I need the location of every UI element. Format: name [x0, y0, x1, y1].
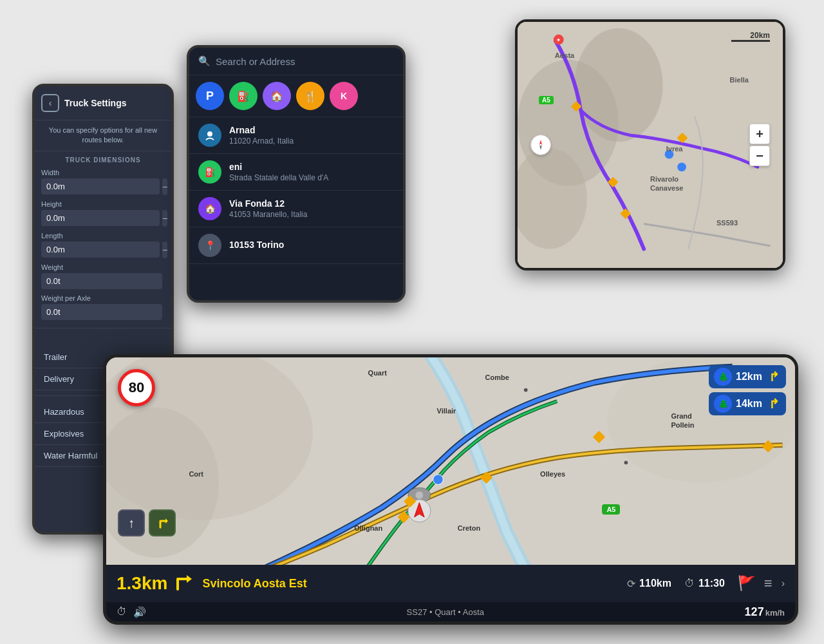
- label-biella: Biella: [730, 76, 749, 84]
- category-home[interactable]: 🏠: [263, 82, 291, 110]
- nav-next-distance: 1.3km: [117, 573, 167, 594]
- svg-point-14: [207, 131, 212, 137]
- result-icon-viafonda: 🏠: [198, 197, 221, 220]
- route-info: SS27 • Quart • Aosta: [146, 606, 745, 618]
- length-input[interactable]: [41, 242, 160, 258]
- turn-distance-1: 12km: [736, 371, 765, 383]
- height-input[interactable]: [41, 210, 160, 226]
- nav-label-villair: Villair: [437, 407, 456, 415]
- map-top-right-bg: ✦ 20km + − Aosta Biella Ivrea RivaroloCa…: [518, 22, 783, 268]
- expand-icon[interactable]: ›: [782, 578, 785, 589]
- nav-label-olleyes: Olleyes: [540, 470, 565, 478]
- result-icon-eni: ⛽: [198, 160, 221, 184]
- map-top-right-panel: ✦ 20km + − Aosta Biella Ivrea RivaroloCa…: [515, 19, 785, 270]
- svg-point-9: [677, 162, 686, 171]
- turn-arrow-1: ↱: [769, 369, 780, 384]
- weight-axle-row: [41, 304, 165, 320]
- width-input[interactable]: [41, 178, 160, 194]
- truck-dimensions-label: TRUCK DIMENSIONS: [35, 151, 171, 166]
- width-minus-btn[interactable]: −: [162, 178, 167, 195]
- speed-value: 127: [745, 605, 764, 618]
- menu-icon[interactable]: ≡: [764, 575, 772, 592]
- arrow-straight[interactable]: ↑: [118, 509, 145, 536]
- category-more[interactable]: K: [330, 82, 358, 110]
- weight-axle-field: Weight per Axle: [35, 292, 171, 323]
- nav-total-distance: 110km: [639, 578, 671, 589]
- zoom-controls[interactable]: + −: [749, 124, 770, 166]
- nav-label-creton: Creton: [458, 524, 480, 532]
- turn-info-1: 🌲 12km ↱: [709, 365, 786, 388]
- category-row: P ⛽ 🏠 🍴 K: [189, 75, 403, 117]
- speed-limit-sign: 80: [118, 369, 155, 406]
- truck-title: Truck Settings: [64, 98, 126, 108]
- more-icon: K: [341, 91, 347, 101]
- svg-text:✦: ✦: [556, 37, 561, 43]
- compass: [530, 135, 551, 155]
- nav-panel: Quart Combe Villair Cort Olleyes Olligna…: [103, 354, 798, 625]
- truck-header: ‹ Truck Settings: [35, 86, 171, 120]
- label-rivarolo: RivaroloCanavese: [650, 175, 683, 193]
- result-text-eni: eni Strada Statale della Valle d'A: [229, 162, 394, 182]
- height-field: Height −: [35, 198, 171, 229]
- svg-point-20: [416, 491, 424, 499]
- arrow-turn-right[interactable]: [149, 509, 176, 536]
- result-name-viafonda: Via Fonda 12: [229, 198, 394, 209]
- search-input[interactable]: Search or Address: [216, 56, 295, 67]
- weight-axle-input[interactable]: [41, 304, 162, 320]
- turn-icon-1: 🌲: [714, 368, 732, 386]
- length-row: −: [41, 242, 165, 258]
- svg-marker-32: [187, 575, 192, 583]
- home-icon: 🏠: [270, 90, 283, 102]
- distance-icon: ⟳: [627, 578, 635, 590]
- width-label: Width: [41, 169, 165, 176]
- nav-label-quart: Quart: [368, 369, 387, 377]
- timer-icon[interactable]: ⏱: [117, 606, 127, 618]
- length-minus-btn[interactable]: −: [162, 242, 167, 258]
- svg-marker-13: [539, 145, 542, 150]
- result-torino[interactable]: 📍 10153 Torino: [189, 227, 403, 264]
- turn-arrow-2: ↱: [769, 396, 780, 412]
- result-name-torino: 10153 Torino: [229, 240, 394, 250]
- result-eni[interactable]: ⛽ eni Strada Statale della Valle d'A: [189, 154, 403, 191]
- height-minus-btn[interactable]: −: [162, 210, 167, 227]
- parking-icon: P: [206, 90, 214, 103]
- flag-icon[interactable]: 🚩: [738, 575, 755, 592]
- result-text-torino: 10153 Torino: [229, 240, 394, 251]
- a5-badge: A5: [539, 96, 554, 104]
- sound-icon[interactable]: 🔊: [133, 606, 146, 618]
- nav-arrival-time: 11:30: [698, 578, 725, 589]
- width-row: −: [41, 178, 165, 195]
- weight-axle-label: Weight per Axle: [41, 294, 165, 302]
- svg-point-2: [574, 28, 662, 142]
- weight-input[interactable]: [41, 273, 162, 289]
- nav-arrival-time-group: ⏱ 11:30: [684, 578, 725, 589]
- nav-label-ollignan: Ollignan: [354, 524, 382, 532]
- category-parking[interactable]: P: [196, 82, 224, 110]
- result-addr-viafonda: 41053 Maranello, Italia: [229, 210, 394, 219]
- nav-direction-arrows: ↑: [118, 509, 176, 536]
- svg-point-29: [524, 388, 528, 392]
- back-button[interactable]: ‹: [41, 94, 59, 112]
- zoom-out-button[interactable]: −: [749, 146, 770, 166]
- search-icon: 🔍: [198, 55, 211, 67]
- weight-row: [41, 273, 165, 289]
- speed-limit-value: 80: [129, 379, 144, 396]
- category-fuel[interactable]: ⛽: [229, 82, 258, 110]
- current-speed: 127km/h: [745, 605, 785, 619]
- nav-turn-icon: [173, 571, 193, 596]
- nav-label-combe: Combe: [485, 374, 509, 381]
- label-aosta: Aosta: [555, 52, 575, 59]
- svg-point-28: [433, 475, 444, 485]
- result-viafonda[interactable]: 🏠 Via Fonda 12 41053 Maranello, Italia: [189, 191, 403, 227]
- result-arnad[interactable]: Arnad 11020 Arnad, Italia: [189, 117, 403, 154]
- height-row: −: [41, 210, 165, 227]
- nav-label-grand-pollein: GrandPollein: [671, 412, 694, 430]
- turn-info-2: 🌲 14km ↱: [709, 392, 786, 415]
- zoom-in-button[interactable]: +: [749, 124, 770, 144]
- search-panel: 🔍 Search or Address P ⛽ 🏠 🍴 K Arnad: [187, 45, 406, 303]
- divider-1: [35, 328, 171, 328]
- svg-point-30: [624, 460, 628, 464]
- nav-map[interactable]: Quart Combe Villair Cort Olleyes Olligna…: [106, 357, 795, 583]
- category-food[interactable]: 🍴: [296, 82, 324, 110]
- search-bar[interactable]: 🔍 Search or Address: [189, 48, 403, 75]
